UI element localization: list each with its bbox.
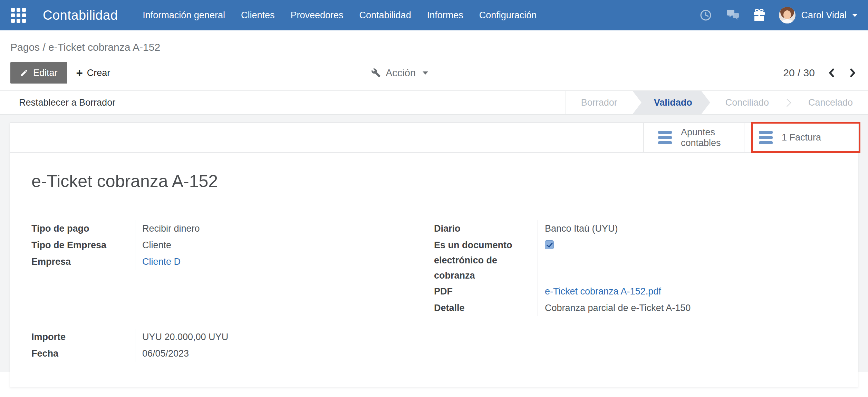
field-group-left: Tipo de pago Recibir dinero Tipo de Empr… [31, 220, 434, 316]
apps-grid-icon[interactable] [10, 7, 26, 23]
field-value-fecha: 06/05/2023 [135, 345, 189, 362]
menu-proveedores[interactable]: Proveedores [290, 10, 343, 21]
avatar [779, 7, 795, 23]
field-group-right: Diario Banco Itaú (UYU) Es un documento … [434, 220, 837, 316]
menu-configuracion[interactable]: Configuración [479, 10, 537, 21]
pager: 20 / 30 [783, 67, 858, 79]
field-label-empresa: Empresa [31, 253, 135, 270]
checkbox-documento-electronico[interactable] [545, 240, 554, 249]
status-step-validado[interactable]: Validado [633, 91, 710, 114]
caret-down-icon [423, 71, 428, 75]
stat-button-box: Apuntes contables 1 Factura [10, 123, 858, 153]
field-row: Fecha 06/05/2023 [31, 345, 434, 362]
field-row: Es un documento electrónico de cobranza [434, 237, 837, 283]
pager-value: 20 / 30 [783, 67, 815, 79]
menu-informes[interactable]: Informes [427, 10, 463, 21]
statusbar: Restablecer a Borrador Borrador Validado… [0, 90, 868, 115]
sheet-body: e-Ticket cobranza A-152 Tipo de pago Rec… [10, 171, 858, 362]
field-label-es-documento-electronico: Es un documento electrónico de cobranza [434, 237, 538, 283]
field-row: PDF e-Ticket cobranza A-152.pdf [434, 283, 837, 300]
create-button[interactable]: + Crear [76, 62, 110, 84]
field-value-tipo-de-pago: Recibir dinero [135, 220, 200, 237]
caret-down-icon [852, 14, 858, 17]
menu-contabilidad[interactable]: Contabilidad [359, 10, 411, 21]
field-row: Detalle Cobranza parcial de e-Ticket A-1… [434, 300, 837, 316]
menu-informacion-general[interactable]: Información general [143, 10, 225, 21]
app-name[interactable]: Contabilidad [43, 8, 118, 23]
status-step-conciliado[interactable]: Conciliado [710, 91, 784, 114]
field-label-fecha: Fecha [31, 345, 135, 362]
invoice-button[interactable]: 1 Factura [744, 123, 858, 152]
field-value-importe: UYU 20.000,00 UYU [135, 329, 228, 345]
chevron-right-icon [849, 68, 856, 78]
pencil-icon [20, 69, 28, 77]
breadcrumb: Pagos / e-Ticket cobranza A-152 [10, 41, 160, 53]
edit-button[interactable]: Editar [10, 62, 67, 84]
field-label-tipo-de-empresa: Tipo de Empresa [31, 237, 135, 253]
field-value-diario: Banco Itaú (UYU) [538, 220, 618, 237]
menu-clientes[interactable]: Clientes [241, 10, 275, 21]
field-row: Empresa Cliente D [31, 253, 434, 270]
field-row: Importe UYU 20.000,00 UYU [31, 329, 434, 345]
field-label-detalle: Detalle [434, 300, 538, 316]
clock-icon[interactable] [700, 9, 712, 21]
field-row: Tipo de Empresa Cliente [31, 237, 434, 253]
field-value-detalle: Cobranza parcial de e-Ticket A-150 [538, 300, 691, 316]
user-name: Carol Vidal [801, 10, 847, 21]
navbar-right: Carol Vidal [700, 7, 858, 23]
field-value-tipo-de-empresa: Cliente [135, 237, 171, 253]
field-row: Tipo de pago Recibir dinero [31, 220, 434, 237]
breadcrumb-current: e-Ticket cobranza A-152 [48, 41, 160, 53]
reset-to-draft-button[interactable]: Restablecer a Borrador [0, 91, 115, 114]
gift-icon[interactable] [753, 9, 765, 21]
field-value-empresa-link[interactable]: Cliente D [135, 253, 181, 270]
breadcrumb-separator: / [40, 41, 48, 53]
field-row: Diario Banco Itaú (UYU) [434, 220, 837, 237]
field-group-left-2: Importe UYU 20.000,00 UYU Fecha 06/05/20… [31, 329, 434, 362]
record-title: e-Ticket cobranza A-152 [31, 171, 837, 191]
field-label-tipo-de-pago: Tipo de pago [31, 220, 135, 237]
content-area: Apuntes contables 1 Factura e-Ticket cob… [0, 115, 868, 372]
breadcrumb-pagos-link[interactable]: Pagos [10, 41, 40, 53]
bars-icon [759, 131, 773, 144]
bars-icon [658, 131, 672, 144]
status-step-borrador[interactable]: Borrador [566, 91, 633, 114]
field-label-pdf: PDF [434, 283, 538, 300]
field-groups-row-2: Importe UYU 20.000,00 UYU Fecha 06/05/20… [31, 329, 837, 362]
top-navbar: Contabilidad Información general Cliente… [0, 0, 868, 30]
field-value-pdf-link[interactable]: e-Ticket cobranza A-152.pdf [538, 283, 661, 300]
user-menu[interactable]: Carol Vidal [779, 7, 858, 23]
pager-next-button[interactable] [848, 67, 858, 79]
plus-icon: + [76, 67, 83, 79]
field-label-importe: Importe [31, 329, 135, 345]
journal-items-button[interactable]: Apuntes contables [643, 123, 744, 152]
breadcrumb-row: Pagos / e-Ticket cobranza A-152 [0, 30, 868, 55]
control-panel: Editar + Crear Acción 20 / 30 [0, 55, 868, 90]
action-dropdown[interactable]: Acción [371, 55, 428, 90]
main-menu: Información general Clientes Proveedores… [143, 10, 537, 21]
pager-previous-button[interactable] [827, 67, 836, 79]
field-groups-row-1: Tipo de pago Recibir dinero Tipo de Empr… [31, 220, 837, 316]
chevron-separator-icon [784, 91, 793, 114]
status-step-cancelado[interactable]: Cancelado [793, 91, 868, 114]
form-sheet: Apuntes contables 1 Factura e-Ticket cob… [10, 123, 858, 387]
chat-icon[interactable] [726, 9, 740, 21]
chevron-left-icon [828, 68, 835, 78]
status-steps: Borrador Validado Conciliado Cancelado [566, 91, 868, 114]
wrench-icon [371, 68, 381, 78]
field-label-diario: Diario [434, 220, 538, 237]
